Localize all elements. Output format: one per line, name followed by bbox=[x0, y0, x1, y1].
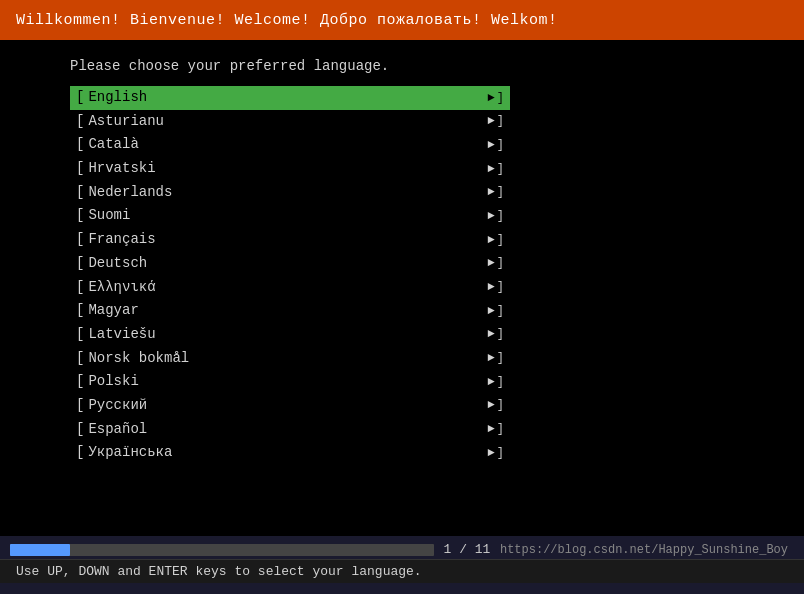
language-item[interactable]: [ English ► ] bbox=[70, 86, 510, 110]
bracket-open: [ bbox=[76, 419, 84, 441]
arrow-indicator: ► ] bbox=[488, 420, 504, 439]
bracket-open: [ bbox=[76, 87, 84, 109]
bracket-close: ] bbox=[497, 396, 504, 415]
arrow-icon: ► bbox=[488, 420, 495, 439]
language-list: [ English ► ] [ Asturianu ► ] [ Català ►… bbox=[70, 86, 510, 465]
arrow-icon: ► bbox=[488, 254, 495, 273]
arrow-icon: ► bbox=[488, 207, 495, 226]
url-text: https://blog.csdn.net/Happy_Sunshine_Boy bbox=[500, 543, 794, 557]
language-item[interactable]: [ Українська ► ] bbox=[70, 441, 510, 465]
language-name: Русский bbox=[88, 395, 487, 417]
bottom-bar: 1 / 11 https://blog.csdn.net/Happy_Sunsh… bbox=[0, 536, 804, 594]
bracket-close: ] bbox=[497, 420, 504, 439]
arrow-icon: ► bbox=[488, 160, 495, 179]
language-item[interactable]: [ Deutsch ► ] bbox=[70, 252, 510, 276]
language-item[interactable]: [ Nederlands ► ] bbox=[70, 181, 510, 205]
welcome-banner: Willkommen! Bienvenue! Welcome! Добро по… bbox=[0, 0, 804, 40]
arrow-indicator: ► ] bbox=[488, 112, 504, 131]
bracket-close: ] bbox=[497, 278, 504, 297]
progress-track bbox=[10, 544, 434, 556]
bracket-open: [ bbox=[76, 442, 84, 464]
arrow-indicator: ► ] bbox=[488, 207, 504, 226]
bracket-close: ] bbox=[497, 183, 504, 202]
bracket-close: ] bbox=[497, 207, 504, 226]
bracket-close: ] bbox=[497, 254, 504, 273]
language-name: Українська bbox=[88, 442, 487, 464]
bracket-open: [ bbox=[76, 182, 84, 204]
arrow-icon: ► bbox=[488, 396, 495, 415]
language-name: Norsk bokmål bbox=[88, 348, 487, 370]
prompt-text: Please choose your preferred language. bbox=[70, 58, 804, 74]
language-item[interactable]: [ Català ► ] bbox=[70, 133, 510, 157]
language-name: Asturianu bbox=[88, 111, 487, 133]
bracket-open: [ bbox=[76, 371, 84, 393]
bracket-open: [ bbox=[76, 229, 84, 251]
language-item[interactable]: [ Magyar ► ] bbox=[70, 299, 510, 323]
bracket-close: ] bbox=[497, 302, 504, 321]
arrow-icon: ► bbox=[488, 183, 495, 202]
arrow-icon: ► bbox=[488, 302, 495, 321]
bracket-close: ] bbox=[497, 112, 504, 131]
bracket-open: [ bbox=[76, 395, 84, 417]
arrow-indicator: ► ] bbox=[488, 136, 504, 155]
arrow-icon: ► bbox=[488, 278, 495, 297]
language-item[interactable]: [ Norsk bokmål ► ] bbox=[70, 347, 510, 371]
bracket-close: ] bbox=[497, 373, 504, 392]
arrow-indicator: ► ] bbox=[488, 349, 504, 368]
arrow-indicator: ► ] bbox=[488, 231, 504, 250]
language-name: Suomi bbox=[88, 205, 487, 227]
arrow-icon: ► bbox=[488, 89, 495, 108]
arrow-icon: ► bbox=[488, 136, 495, 155]
language-name: Nederlands bbox=[88, 182, 487, 204]
progress-fill bbox=[10, 544, 70, 556]
language-item[interactable]: [ Suomi ► ] bbox=[70, 204, 510, 228]
language-item[interactable]: [ Polski ► ] bbox=[70, 370, 510, 394]
bottom-instruction: Use UP, DOWN and ENTER keys to select yo… bbox=[0, 559, 804, 583]
bracket-open: [ bbox=[76, 324, 84, 346]
arrow-indicator: ► ] bbox=[488, 396, 504, 415]
arrow-indicator: ► ] bbox=[488, 89, 504, 108]
arrow-indicator: ► ] bbox=[488, 254, 504, 273]
bracket-open: [ bbox=[76, 134, 84, 156]
arrow-icon: ► bbox=[488, 373, 495, 392]
arrow-indicator: ► ] bbox=[488, 183, 504, 202]
progress-row: 1 / 11 https://blog.csdn.net/Happy_Sunsh… bbox=[0, 536, 804, 559]
page-indicator: 1 / 11 bbox=[442, 542, 492, 557]
arrow-icon: ► bbox=[488, 112, 495, 131]
arrow-indicator: ► ] bbox=[488, 325, 504, 344]
language-item[interactable]: [ Ελληνικά ► ] bbox=[70, 276, 510, 300]
language-item[interactable]: [ Latviešu ► ] bbox=[70, 323, 510, 347]
bracket-close: ] bbox=[497, 160, 504, 179]
bracket-open: [ bbox=[76, 277, 84, 299]
bracket-close: ] bbox=[497, 444, 504, 463]
bracket-open: [ bbox=[76, 300, 84, 322]
bracket-close: ] bbox=[497, 325, 504, 344]
language-name: Ελληνικά bbox=[88, 277, 487, 299]
bracket-close: ] bbox=[497, 136, 504, 155]
language-item[interactable]: [ Español ► ] bbox=[70, 418, 510, 442]
arrow-indicator: ► ] bbox=[488, 373, 504, 392]
language-item[interactable]: [ Hrvatski ► ] bbox=[70, 157, 510, 181]
arrow-indicator: ► ] bbox=[488, 160, 504, 179]
language-name: English bbox=[88, 87, 487, 109]
banner-text: Willkommen! Bienvenue! Welcome! Добро по… bbox=[16, 12, 558, 29]
arrow-indicator: ► ] bbox=[488, 444, 504, 463]
language-name: Hrvatski bbox=[88, 158, 487, 180]
bracket-open: [ bbox=[76, 205, 84, 227]
bracket-open: [ bbox=[76, 158, 84, 180]
arrow-indicator: ► ] bbox=[488, 278, 504, 297]
arrow-icon: ► bbox=[488, 349, 495, 368]
language-name: Català bbox=[88, 134, 487, 156]
language-item[interactable]: [ Français ► ] bbox=[70, 228, 510, 252]
bracket-open: [ bbox=[76, 348, 84, 370]
language-name: Español bbox=[88, 419, 487, 441]
main-content: Please choose your preferred language. [… bbox=[0, 40, 804, 465]
language-name: Polski bbox=[88, 371, 487, 393]
language-name: Latviešu bbox=[88, 324, 487, 346]
arrow-indicator: ► ] bbox=[488, 302, 504, 321]
language-item[interactable]: [ Asturianu ► ] bbox=[70, 110, 510, 134]
language-item[interactable]: [ Русский ► ] bbox=[70, 394, 510, 418]
arrow-icon: ► bbox=[488, 231, 495, 250]
arrow-icon: ► bbox=[488, 444, 495, 463]
bracket-open: [ bbox=[76, 111, 84, 133]
